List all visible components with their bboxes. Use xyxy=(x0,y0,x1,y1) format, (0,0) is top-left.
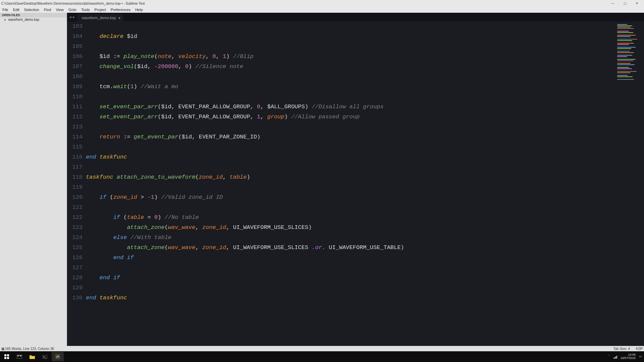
taskview-button[interactable] xyxy=(13,352,25,361)
code-line[interactable]: attach_zone(wav_wave, zone_id, UI_WAVEFO… xyxy=(86,223,614,233)
sidebar-file-label: waveform_demo.ksp xyxy=(8,18,39,21)
nav-forward-icon[interactable]: ▶ xyxy=(73,15,75,19)
code-line[interactable]: end taskfunc xyxy=(86,293,614,303)
code-line[interactable]: set_event_par_arr($id, EVENT_PAR_ALLOW_G… xyxy=(86,112,614,122)
code-line[interactable]: set_event_par_arr($id, EVENT_PAR_ALLOW_G… xyxy=(86,102,614,112)
minimap-line xyxy=(617,36,631,37)
menu-selection[interactable]: Selection xyxy=(22,7,42,13)
code-line[interactable]: end taskfunc xyxy=(86,152,614,162)
code-line[interactable]: else //With table xyxy=(86,233,614,243)
minimap-line xyxy=(617,79,634,80)
window-controls: — ▢ ✕ xyxy=(607,1,643,6)
code-line[interactable] xyxy=(86,182,614,192)
code-line[interactable] xyxy=(86,142,614,152)
tray-network-icon[interactable] xyxy=(613,355,617,359)
minimap-line xyxy=(617,63,631,64)
menu-view[interactable]: View xyxy=(53,7,66,13)
minimap-line xyxy=(617,44,629,45)
close-button[interactable]: ✕ xyxy=(631,1,643,6)
sidebar-header: OPEN FILES xyxy=(0,13,67,17)
sidebar-file[interactable]: waveform_demo.ksp xyxy=(0,17,67,22)
code-line[interactable]: change_vol($id, -200000, 0) //Silence no… xyxy=(86,62,614,72)
line-number: 122 xyxy=(67,213,83,223)
line-number: 129 xyxy=(67,283,83,293)
tab-nav: ◀ ▶ xyxy=(67,13,77,21)
maximize-button[interactable]: ▢ xyxy=(619,1,631,6)
code-line[interactable]: tcm.wait(1) //Wait a mo xyxy=(86,82,614,92)
title-bar: C:\Users\Dave\Desktop\Waveform Demo\reso… xyxy=(0,0,644,7)
code-line[interactable]: return := get_event_par($id, EVENT_PAR_Z… xyxy=(86,132,614,142)
minimap-line xyxy=(617,75,628,76)
code-line[interactable]: end if xyxy=(86,253,614,263)
code-line[interactable] xyxy=(86,202,614,213)
code-view[interactable]: 1031041051061071081091101111121131141151… xyxy=(67,21,644,346)
menu-tools[interactable]: Tools xyxy=(79,7,92,13)
status-syntax[interactable]: KSP xyxy=(636,347,643,351)
menu-edit[interactable]: Edit xyxy=(11,7,22,13)
minimap[interactable] xyxy=(614,21,644,346)
minimap-line xyxy=(617,67,629,68)
code-line[interactable]: end if xyxy=(86,273,614,283)
status-bar: ▦ 165 Words, Line 123, Column 36 Tab Siz… xyxy=(0,346,644,351)
code-line[interactable] xyxy=(86,21,614,32)
file-explorer-button[interactable] xyxy=(26,352,38,361)
minimap-line xyxy=(617,64,635,65)
line-number: 119 xyxy=(67,182,83,192)
terminal-button[interactable]: >_ xyxy=(39,352,51,361)
line-number: 109 xyxy=(67,82,83,92)
code-line[interactable]: declare $id xyxy=(86,32,614,42)
minimize-button[interactable]: — xyxy=(607,1,619,6)
minimap-line xyxy=(617,43,634,44)
code-line[interactable] xyxy=(86,92,614,102)
tray-chevron-icon[interactable]: ˄ xyxy=(608,355,610,358)
editor-tab[interactable]: waveform_demo.ksp ● xyxy=(77,14,123,21)
status-bar-icon[interactable]: ▦ xyxy=(1,347,4,351)
menu-find[interactable]: Find xyxy=(42,7,53,13)
menu-preferences[interactable]: Preferences xyxy=(108,7,133,13)
minimap-line xyxy=(617,39,637,40)
line-number: 112 xyxy=(67,112,83,122)
line-number: 113 xyxy=(67,122,83,132)
tab-dirty-icon: ● xyxy=(118,16,121,20)
minimap-line xyxy=(617,60,633,61)
code-line[interactable]: if (table = 0) //No table xyxy=(86,213,614,223)
code-line[interactable] xyxy=(86,283,614,293)
code[interactable]: declare $id $id := play_note(note, veloc… xyxy=(86,21,614,346)
line-number: 125 xyxy=(67,243,83,253)
line-number: 124 xyxy=(67,233,83,243)
sublime-button[interactable] xyxy=(52,352,64,361)
minimap-line xyxy=(617,40,632,41)
code-line[interactable] xyxy=(86,42,614,52)
line-number: 118 xyxy=(67,172,83,182)
code-line[interactable]: if (zone_id > -1) //Valid zone_id ID xyxy=(86,192,614,202)
menu-goto[interactable]: Goto xyxy=(66,7,79,13)
code-line[interactable]: attach_zone(wav_wave, zone_id, UI_WAVEFO… xyxy=(86,243,614,253)
minimap-line xyxy=(617,25,632,26)
code-line[interactable]: taskfunc attach_zone_to_waveform(zone_id… xyxy=(86,172,614,182)
minimap-line xyxy=(617,52,634,53)
svg-rect-4 xyxy=(17,355,22,359)
nav-back-icon[interactable]: ◀ xyxy=(69,15,71,19)
minimap-line xyxy=(617,76,633,77)
code-line[interactable] xyxy=(86,72,614,82)
code-line[interactable]: $id := play_note(note, velocity, 0, 1) /… xyxy=(86,52,614,62)
minimap-line xyxy=(617,51,630,52)
terminal-icon: >_ xyxy=(42,355,48,359)
code-line[interactable] xyxy=(86,162,614,172)
menu-file[interactable]: File xyxy=(0,7,11,13)
tray-clock[interactable]: 14:06 16/07/2016 xyxy=(621,353,636,360)
line-number: 114 xyxy=(67,132,83,142)
line-number: 107 xyxy=(67,62,83,72)
minimap-line xyxy=(617,47,636,48)
start-button[interactable] xyxy=(1,352,13,361)
menu-project[interactable]: Project xyxy=(92,7,108,13)
code-line[interactable] xyxy=(86,122,614,132)
status-tabsize[interactable]: Tab Size: 4 xyxy=(613,347,630,351)
code-line[interactable] xyxy=(86,263,614,273)
minimap-line xyxy=(617,71,637,72)
line-number: 130 xyxy=(67,293,83,303)
line-number: 110 xyxy=(67,92,83,102)
line-number: 111 xyxy=(67,102,83,112)
tray-notifications-icon[interactable]: ▭ xyxy=(639,355,642,358)
menu-help[interactable]: Help xyxy=(133,7,145,13)
